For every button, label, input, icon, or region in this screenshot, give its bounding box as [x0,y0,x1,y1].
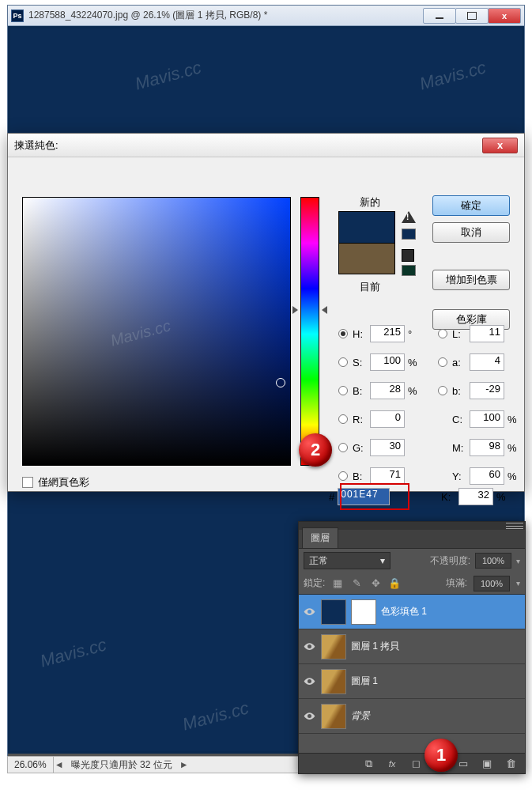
lock-transparency-icon[interactable]: ▦ [331,577,344,590]
layer-thumbnail[interactable] [321,634,346,659]
input-y[interactable]: 60 [470,467,504,485]
hex-label: # [329,491,334,503]
chevron-down-icon: ▾ [380,555,385,566]
chevron-down-icon[interactable]: ▾ [516,557,520,565]
websafe-warning-icon[interactable] [402,249,414,262]
web-colors-checkbox-row[interactable]: 僅網頁色彩 [22,475,89,489]
input-g[interactable]: 30 [370,439,405,456]
layer-thumbnail[interactable] [321,669,346,694]
add-swatch-button[interactable]: 增加到色票 [432,270,510,290]
color-field-cursor[interactable] [276,378,285,387]
label-b-lab: b: [452,385,470,397]
radio-g[interactable] [338,443,348,452]
dialog-close-button[interactable]: x [482,138,518,153]
layer-name[interactable]: 背景 [351,709,370,723]
opacity-input[interactable]: 100% [475,553,511,569]
label-c: C: [452,414,470,425]
input-m[interactable]: 98 [470,439,504,456]
visibility-icon[interactable] [302,709,316,724]
radio-l[interactable] [438,329,447,338]
web-colors-label: 僅網頁色彩 [38,475,89,489]
layer-mask-icon[interactable]: ◻ [409,758,422,770]
minimize-button[interactable] [423,8,456,24]
color-field[interactable]: Mavis.cc [22,197,291,466]
layer-thumbnail[interactable] [321,704,346,729]
fill-input[interactable]: 100% [474,576,510,591]
layer-group-icon[interactable]: ▭ [457,758,470,770]
hex-input[interactable]: 001E47 [338,488,390,505]
blend-mode-select[interactable]: 正常 ▾ [304,552,391,569]
radio-s[interactable] [338,357,348,367]
chevron-down-icon[interactable]: ▾ [516,579,520,588]
panel-menu-icon[interactable] [506,523,523,529]
label-k: K: [441,491,458,503]
right-arrow-icon[interactable]: ► [179,759,190,770]
layer-thumbnail[interactable] [321,599,346,625]
color-swatch-block [338,211,395,274]
input-b-rgb[interactable]: 71 [370,467,405,485]
label-r: R: [353,414,370,425]
color-values-grid: H: 215 ° L: 11 S: 100 % a: 4 B: 28 % [338,319,519,490]
window-close-button[interactable]: x [488,8,521,24]
input-c[interactable]: 100 [470,410,504,428]
blend-mode-value: 正常 [309,554,328,568]
radio-a[interactable] [438,357,447,367]
layer-name[interactable]: 圖層 1 拷貝 [351,640,399,653]
input-r[interactable]: 0 [370,410,405,428]
gamut-warning-icon[interactable] [402,211,416,224]
ok-button[interactable]: 確定 [432,195,510,216]
radio-b-lab[interactable] [438,386,447,395]
window-titlebar[interactable]: Ps 1287588_43224070.jpg @ 26.1% (圖層 1 拷貝… [8,6,524,26]
delete-layer-icon[interactable]: 🗑 [504,758,517,770]
input-s[interactable]: 100 [370,353,405,371]
input-h[interactable]: 215 [370,325,405,342]
layer-name[interactable]: 圖層 1 [351,675,378,688]
visibility-icon[interactable] [302,675,316,689]
lock-all-icon[interactable]: 🔒 [388,577,401,590]
hue-arrow-right-icon[interactable] [322,306,327,314]
new-color-label: 新的 [360,195,380,210]
left-arrow-icon[interactable]: ◄ [54,759,65,770]
layer-row[interactable]: 背景 [299,699,525,734]
input-k[interactable]: 32 [458,488,493,505]
radio-r[interactable] [338,414,348,424]
radio-b-hsb[interactable] [338,386,348,395]
dialog-titlebar[interactable]: 揀選純色: x [8,134,524,157]
lock-label: 鎖定: [304,576,325,590]
opacity-label: 不透明度: [430,554,470,568]
input-b-lab[interactable]: -29 [470,382,504,399]
zoom-level[interactable]: 26.06% [8,757,54,773]
unit-c: % [504,414,519,425]
radio-h[interactable] [338,329,348,338]
websafe-warning-swatch[interactable] [402,265,416,276]
unit-m: % [504,442,519,454]
gamut-warning-swatch[interactable] [402,229,416,240]
maximize-button[interactable] [455,8,489,24]
current-color-swatch[interactable] [338,243,395,274]
tab-layers[interactable]: 圖層 [302,527,338,548]
radio-b-rgb[interactable] [338,471,348,481]
hue-slider[interactable] [300,197,319,466]
input-a[interactable]: 4 [470,353,504,371]
layer-fx-icon[interactable]: fx [386,758,398,770]
hue-arrow-left-icon[interactable] [292,306,298,314]
visibility-icon[interactable] [302,605,316,619]
layer-row[interactable]: 色彩填色 1 [299,595,525,629]
layer-row[interactable]: 圖層 1 拷貝 [299,629,525,664]
layer-row[interactable]: 圖層 1 [299,664,525,699]
layers-list: 色彩填色 1 圖層 1 拷貝 圖層 1 背景 [299,595,525,734]
lock-move-icon[interactable]: ✥ [369,577,382,590]
input-l[interactable]: 11 [470,325,504,342]
visibility-icon[interactable] [302,640,316,654]
link-layers-icon[interactable]: ⧉ [362,758,375,770]
cancel-button[interactable]: 取消 [432,222,510,243]
layer-mask-thumbnail[interactable] [351,599,376,625]
input-b-hsb[interactable]: 28 [370,382,405,399]
layer-name[interactable]: 色彩填色 1 [381,605,427,618]
lock-paint-icon[interactable]: ✎ [350,577,363,590]
new-color-swatch[interactable] [338,211,395,243]
unit-y: % [504,471,519,482]
web-colors-checkbox[interactable] [22,477,33,488]
new-layer-icon[interactable]: ▣ [481,758,493,770]
current-color-label: 目前 [360,280,380,294]
